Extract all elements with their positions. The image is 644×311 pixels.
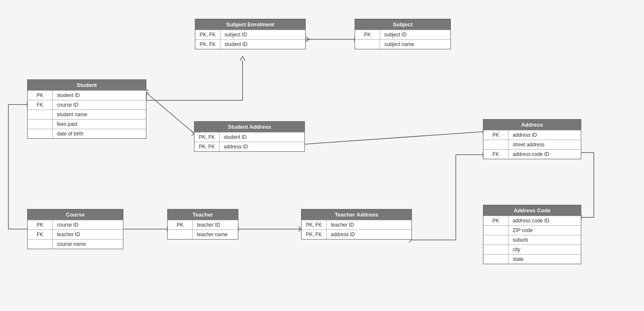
svg-line-5 <box>243 56 245 61</box>
sa-row2-key: PK, FK <box>194 142 220 151</box>
subject-table: Subject PK subject ID subject name <box>355 19 451 49</box>
te-row2-field: teacher name <box>193 230 238 239</box>
sub-row2-key <box>355 40 380 49</box>
student-header: Student <box>28 80 146 90</box>
address-code-table: Address Code PK address code ID ZIP code… <box>483 205 581 264</box>
ac-row2-key <box>483 226 509 235</box>
ac-row1-key: PK <box>483 216 509 225</box>
diagram-canvas: Subject Enrolment PK, FK subject ID PK, … <box>0 0 644 311</box>
address-header: Address <box>483 120 581 130</box>
svg-line-39 <box>409 240 411 242</box>
te-row1-key: PK <box>168 220 193 229</box>
co-row1-field: course ID <box>53 220 123 229</box>
addr-row1-key: PK <box>483 130 509 140</box>
subject-enrolment-header: Subject Enrolment <box>195 19 305 30</box>
se-row2-field: student ID <box>220 40 305 49</box>
teacher-table: Teacher PK teacher ID teacher name <box>167 209 238 240</box>
subject-header: Subject <box>355 19 450 30</box>
co-row3-field: course name <box>53 240 123 249</box>
student-table: Student PK student ID FK course ID stude… <box>27 79 146 139</box>
sa-row2-field: address ID <box>220 142 304 151</box>
svg-line-11 <box>304 132 483 144</box>
svg-line-7 <box>146 93 194 133</box>
ta-row1-key: PK, FK <box>302 220 327 229</box>
se-row1-field: subject ID <box>220 30 305 39</box>
st-row4-field: fees paid <box>53 120 146 129</box>
teacher-address-table: Teacher Address PK, FK teacher ID PK, FK… <box>301 209 412 240</box>
se-row1-key: PK, FK <box>195 30 220 39</box>
ac-row5-field: state <box>509 255 581 264</box>
ac-row2-field: ZIP code <box>509 226 581 235</box>
addr-row2-key <box>483 140 509 149</box>
addr-row1-field: address ID <box>509 130 581 140</box>
teacher-address-header: Teacher Address <box>302 209 411 220</box>
addr-row3-key: FK <box>483 150 509 159</box>
address-code-header: Address Code <box>483 205 581 216</box>
co-row2-field: teacher ID <box>53 230 123 239</box>
st-row3-key <box>28 110 53 119</box>
ta-row1-field: teacher ID <box>327 220 411 229</box>
addr-row3-field: address code ID <box>509 150 581 159</box>
co-row3-key <box>28 240 53 249</box>
ac-row1-field: address code ID <box>509 216 581 225</box>
sub-row1-field: subject ID <box>380 30 450 39</box>
st-row5-field: date of birth <box>53 129 146 138</box>
st-row4-key <box>28 120 53 129</box>
teacher-header: Teacher <box>168 209 238 220</box>
st-row1-field: student ID <box>53 91 146 100</box>
co-row1-key: PK <box>28 220 53 229</box>
course-header: Course <box>28 209 123 220</box>
co-row2-key: FK <box>28 230 53 239</box>
ac-row4-key <box>483 245 509 254</box>
addr-row2-field: street address <box>509 140 581 149</box>
student-address-table: Student Address PK, FK student ID PK, FK… <box>194 121 305 152</box>
sa-row1-field: student ID <box>220 133 304 142</box>
address-table: Address PK address ID street address FK … <box>483 119 581 159</box>
st-row5-key <box>28 129 53 138</box>
te-row1-field: teacher ID <box>193 220 238 229</box>
sa-row1-key: PK, FK <box>194 133 220 142</box>
ac-row4-field: city <box>509 245 581 254</box>
svg-line-2 <box>305 39 309 42</box>
st-row2-field: course ID <box>53 100 146 110</box>
sub-row2-field: subject name <box>380 40 450 49</box>
ac-row3-field: suburb <box>509 235 581 245</box>
ta-row2-field: address ID <box>327 230 411 239</box>
ta-row2-key: PK, FK <box>302 230 327 239</box>
svg-line-4 <box>240 56 243 61</box>
st-row1-key: PK <box>28 91 53 100</box>
se-row2-key: PK, FK <box>195 40 220 49</box>
st-row2-key: FK <box>28 100 53 110</box>
sub-row1-key: PK <box>355 30 380 39</box>
course-table: Course PK course ID FK teacher ID course… <box>27 209 123 249</box>
subject-enrolment-table: Subject Enrolment PK, FK subject ID PK, … <box>195 19 306 49</box>
student-address-header: Student Address <box>194 122 304 132</box>
svg-line-1 <box>305 37 309 39</box>
ac-row3-key <box>483 235 509 245</box>
st-row3-field: student name <box>53 110 146 119</box>
ac-row5-key <box>483 255 509 264</box>
te-row2-key <box>168 230 193 239</box>
